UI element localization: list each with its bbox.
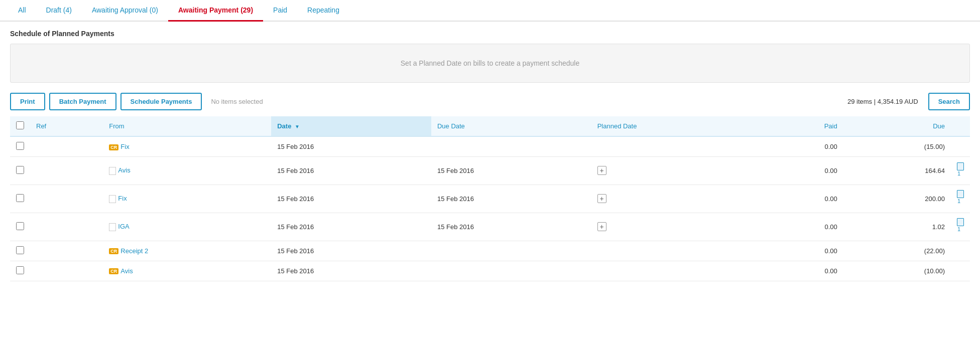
tab-awaiting-approval[interactable]: Awaiting Approval (0) — [82, 0, 168, 22]
row-paid: 0.00 — [761, 136, 843, 157]
row-due-date: 15 Feb 2016 — [431, 185, 591, 213]
row-ref — [30, 213, 103, 241]
select-all-checkbox[interactable] — [16, 121, 24, 129]
cr-badge-icon: CR — [109, 268, 118, 274]
search-button[interactable]: Search — [928, 93, 970, 110]
cr-badge-icon: CR — [109, 144, 118, 150]
row-actions — [951, 136, 970, 157]
from-link[interactable]: Avis — [120, 267, 133, 275]
row-date: 15 Feb 2016 — [271, 241, 431, 261]
add-planned-date-button[interactable]: + — [597, 166, 606, 175]
from-link[interactable]: Fix — [118, 195, 127, 202]
batch-payment-button[interactable]: Batch Payment — [49, 93, 116, 110]
tab-draft[interactable]: Draft (4) — [36, 0, 82, 22]
row-actions: 1 — [951, 213, 970, 241]
tab-awaiting-payment[interactable]: Awaiting Payment (29) — [168, 0, 263, 22]
header-planned-date[interactable]: Planned Date — [591, 116, 761, 136]
table-header-row: Ref From Date ▼ Due Date Planned Date Pa… — [10, 116, 970, 136]
row-checkbox[interactable] — [16, 194, 24, 202]
row-from: Avis — [103, 157, 271, 185]
row-actions: 1 — [951, 157, 970, 185]
tab-all[interactable]: All — [8, 0, 36, 22]
row-checkbox[interactable] — [16, 246, 24, 254]
row-checkbox-cell — [10, 185, 30, 213]
row-checkbox[interactable] — [16, 222, 24, 230]
table-row: CRFix15 Feb 20160.00(15.00) — [10, 136, 970, 157]
cr-badge-icon: CR — [109, 248, 118, 254]
file-icon[interactable] — [957, 218, 964, 226]
print-button[interactable]: Print — [10, 93, 45, 110]
doc-blank-icon — [109, 195, 116, 203]
row-planned-date — [591, 261, 761, 281]
schedule-payments-button[interactable]: Schedule Payments — [120, 93, 202, 110]
row-paid: 0.00 — [761, 157, 843, 185]
row-due-date — [431, 261, 591, 281]
table-row: CRAvis15 Feb 20160.00(10.00) — [10, 261, 970, 281]
row-paid: 0.00 — [761, 185, 843, 213]
header-date[interactable]: Date ▼ — [271, 116, 431, 136]
row-ref — [30, 241, 103, 261]
add-planned-date-button[interactable]: + — [597, 222, 606, 231]
tab-paid[interactable]: Paid — [263, 0, 297, 22]
doc-count-badge: 1 — [957, 198, 960, 204]
header-due-date[interactable]: Due Date — [431, 116, 591, 136]
row-due-date — [431, 241, 591, 261]
row-checkbox-cell — [10, 157, 30, 185]
header-paid[interactable]: Paid — [761, 116, 843, 136]
row-date: 15 Feb 2016 — [271, 185, 431, 213]
row-actions — [951, 241, 970, 261]
section-title: Schedule of Planned Payments — [10, 30, 970, 38]
header-actions — [951, 116, 970, 136]
main-content: Schedule of Planned Payments Set a Plann… — [0, 22, 980, 289]
row-ref — [30, 136, 103, 157]
row-due-amount: 200.00 — [843, 185, 951, 213]
row-checkbox-cell — [10, 136, 30, 157]
add-planned-date-button[interactable]: + — [597, 194, 606, 203]
row-planned-date — [591, 136, 761, 157]
table-row: IGA15 Feb 201615 Feb 2016+0.001.021 — [10, 213, 970, 241]
row-actions — [951, 261, 970, 281]
row-due-amount: (22.00) — [843, 241, 951, 261]
row-due-date: 15 Feb 2016 — [431, 157, 591, 185]
tab-repeating[interactable]: Repeating — [297, 0, 349, 22]
row-date: 15 Feb 2016 — [271, 261, 431, 281]
row-due-amount: (15.00) — [843, 136, 951, 157]
from-link[interactable]: Fix — [120, 143, 129, 150]
row-due-amount: 1.02 — [843, 213, 951, 241]
row-planned-date: + — [591, 213, 761, 241]
row-due-amount: 164.64 — [843, 157, 951, 185]
row-checkbox-cell — [10, 213, 30, 241]
from-link[interactable]: Avis — [118, 166, 130, 174]
row-ref — [30, 157, 103, 185]
row-date: 15 Feb 2016 — [271, 213, 431, 241]
row-checkbox[interactable] — [16, 142, 24, 150]
header-from[interactable]: From — [103, 116, 271, 136]
row-checkbox[interactable] — [16, 266, 24, 274]
file-icon[interactable] — [957, 190, 964, 198]
from-link[interactable]: Receipt 2 — [120, 247, 148, 255]
items-count: 29 items | 4,354.19 AUD — [847, 98, 918, 105]
row-planned-date: + — [591, 157, 761, 185]
sort-arrow-icon: ▼ — [295, 124, 300, 129]
tabs-bar: AllDraft (4)Awaiting Approval (0)Awaitin… — [0, 0, 980, 22]
toolbar: Print Batch Payment Schedule Payments No… — [10, 93, 970, 110]
row-due-date — [431, 136, 591, 157]
row-checkbox-cell — [10, 261, 30, 281]
file-icon[interactable] — [957, 162, 964, 170]
row-paid: 0.00 — [761, 241, 843, 261]
schedule-box: Set a Planned Date on bills to create a … — [10, 44, 970, 83]
row-ref — [30, 185, 103, 213]
row-checkbox[interactable] — [16, 166, 24, 174]
table-body: CRFix15 Feb 20160.00(15.00)Avis15 Feb 20… — [10, 136, 970, 281]
header-due[interactable]: Due — [843, 116, 951, 136]
bills-table: Ref From Date ▼ Due Date Planned Date Pa… — [10, 116, 970, 281]
row-due-date: 15 Feb 2016 — [431, 213, 591, 241]
row-actions: 1 — [951, 185, 970, 213]
from-link[interactable]: IGA — [118, 223, 129, 230]
row-date: 15 Feb 2016 — [271, 157, 431, 185]
row-paid: 0.00 — [761, 261, 843, 281]
table-row: CRReceipt 215 Feb 20160.00(22.00) — [10, 241, 970, 261]
doc-blank-icon — [109, 223, 116, 231]
table-row: Fix15 Feb 201615 Feb 2016+0.00200.001 — [10, 185, 970, 213]
row-planned-date — [591, 241, 761, 261]
